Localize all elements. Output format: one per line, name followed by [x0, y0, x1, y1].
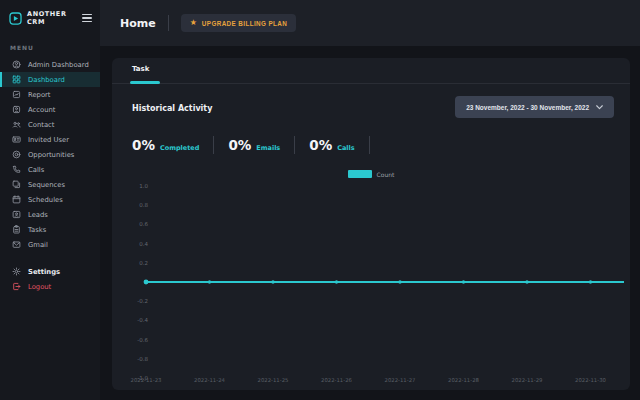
sidebar-item-label: Settings: [28, 268, 60, 276]
date-range-label: 23 November, 2022 - 30 November, 2022: [466, 104, 589, 111]
stat-label: Completed: [160, 144, 199, 152]
stat-divider: [213, 136, 214, 154]
mail-icon: [12, 240, 21, 249]
chart-legend[interactable]: Count: [112, 170, 630, 178]
legend-label: Count: [377, 171, 395, 178]
grid-icon: [12, 75, 21, 84]
sidebar-item-invited-user[interactable]: Invited User: [0, 132, 100, 147]
sidebar-item-contact[interactable]: Contact: [0, 117, 100, 132]
dashboard-card: Task Historical Activity 23 November, 20…: [112, 58, 630, 390]
svg-text:2022-11-30: 2022-11-30: [575, 377, 606, 383]
menu-section-label: MENU: [0, 26, 100, 57]
svg-text:2022-11-28: 2022-11-28: [448, 377, 479, 383]
contacts-icon: [12, 120, 21, 129]
phone-icon: [12, 165, 21, 174]
sidebar-item-logout[interactable]: Logout: [0, 279, 100, 294]
sidebar-item-dashboard[interactable]: Dashboard: [0, 72, 100, 87]
svg-text:0.8: 0.8: [139, 202, 148, 208]
gear-icon: [12, 267, 21, 276]
sidebar-item-label: Report: [28, 91, 51, 99]
title-divider: [168, 15, 169, 31]
sidebar-item-label: Gmail: [28, 241, 48, 249]
sidebar-item-gmail[interactable]: Gmail: [0, 237, 100, 252]
sidebar-item-label: Calls: [28, 166, 44, 174]
logo-row: ANOTHER CRM: [0, 0, 100, 26]
chevron-down-icon: [596, 105, 603, 110]
sidebar-item-leads[interactable]: Leads: [0, 207, 100, 222]
sidebar-item-label: Logout: [28, 283, 51, 291]
sidebar-item-label: Invited User: [28, 136, 69, 144]
svg-text:2022-11-23: 2022-11-23: [131, 377, 162, 383]
stat-divider: [294, 136, 295, 154]
svg-text:2022-11-24: 2022-11-24: [194, 377, 225, 383]
sidebar-item-admin-dashboard[interactable]: Admin Dashboard: [0, 57, 100, 72]
sidebar-item-label: Opportunities: [28, 151, 74, 159]
target-icon: [12, 150, 21, 159]
stat-calls: 0% Calls: [309, 137, 354, 153]
upgrade-billing-plan-button[interactable]: ★ UPGRADE BILLING PLAN: [181, 14, 296, 32]
sidebar-item-account[interactable]: Account: [0, 102, 100, 117]
stat-completed: 0% Completed: [132, 137, 199, 153]
legend-swatch: [348, 170, 372, 178]
stat-value: 0%: [309, 137, 332, 153]
svg-text:-0.8: -0.8: [137, 356, 148, 362]
sidebar-item-label: Leads: [28, 211, 48, 219]
sidebar-item-settings[interactable]: Settings: [0, 264, 100, 279]
sidebar-item-label: Dashboard: [28, 76, 65, 84]
top-bar: Home ★ UPGRADE BILLING PLAN: [100, 0, 640, 46]
report-icon: [12, 90, 21, 99]
star-icon: ★: [190, 19, 197, 27]
svg-text:0.2: 0.2: [139, 260, 148, 266]
active-tab-indicator: [130, 81, 160, 84]
sidebar-item-opportunities[interactable]: Opportunities: [0, 147, 100, 162]
svg-text:0.6: 0.6: [139, 221, 148, 227]
sidebar-item-report[interactable]: Report: [0, 87, 100, 102]
sidebar-item-label: Admin Dashboard: [28, 61, 89, 69]
sidebar-item-label: Schedules: [28, 196, 63, 204]
sequences-icon: [12, 180, 21, 189]
svg-text:-0.6: -0.6: [137, 337, 148, 343]
tab-task[interactable]: Task: [132, 65, 149, 73]
svg-text:2022-11-27: 2022-11-27: [385, 377, 416, 383]
sidebar: ANOTHER CRM MENU Admin Dashboard Dashboa…: [0, 0, 100, 400]
stat-divider: [369, 136, 370, 154]
upgrade-button-label: UPGRADE BILLING PLAN: [202, 20, 287, 27]
user-circle-icon: [12, 60, 21, 69]
tab-bar: Task: [112, 58, 630, 84]
stat-value: 0%: [228, 137, 251, 153]
svg-text:2022-11-29: 2022-11-29: [512, 377, 543, 383]
hamburger-menu-icon[interactable]: [82, 14, 92, 22]
sidebar-item-calls[interactable]: Calls: [0, 162, 100, 177]
brand-logo-icon: [9, 12, 22, 25]
invited-user-icon: [12, 135, 21, 144]
stat-emails: 0% Emails: [228, 137, 280, 153]
svg-text:1.0: 1.0: [139, 183, 148, 189]
svg-text:-0.4: -0.4: [137, 317, 148, 323]
sidebar-item-schedules[interactable]: Schedules: [0, 192, 100, 207]
stat-label: Emails: [256, 144, 280, 152]
svg-text:2022-11-26: 2022-11-26: [321, 377, 352, 383]
sidebar-item-label: Contact: [28, 121, 54, 129]
stats-row: 0% Completed 0% Emails 0% Calls: [132, 136, 384, 154]
svg-text:-0.2: -0.2: [137, 298, 148, 304]
svg-text:2022-11-25: 2022-11-25: [258, 377, 289, 383]
brand-name: ANOTHER CRM: [27, 10, 77, 26]
section-title: Historical Activity: [132, 104, 212, 113]
chart-canvas: 1.00.80.60.40.20-0.2-0.4-0.6-0.8-1.02022…: [118, 180, 624, 386]
calendar-icon: [12, 195, 21, 204]
sidebar-item-label: Tasks: [28, 226, 46, 234]
page-title: Home: [120, 17, 156, 30]
stat-label: Calls: [337, 144, 354, 152]
tasks-icon: [12, 225, 21, 234]
stat-value: 0%: [132, 137, 155, 153]
sidebar-item-label: Sequences: [28, 181, 65, 189]
date-range-selector[interactable]: 23 November, 2022 - 30 November, 2022: [455, 96, 614, 118]
sidebar-item-tasks[interactable]: Tasks: [0, 222, 100, 237]
logout-icon: [12, 282, 21, 291]
sidebar-item-label: Account: [28, 106, 55, 114]
sidebar-item-sequences[interactable]: Sequences: [0, 177, 100, 192]
svg-text:0.4: 0.4: [139, 241, 148, 247]
account-icon: [12, 105, 21, 114]
leads-icon: [12, 210, 21, 219]
line-chart: 1.00.80.60.40.20-0.2-0.4-0.6-0.8-1.02022…: [118, 180, 624, 386]
